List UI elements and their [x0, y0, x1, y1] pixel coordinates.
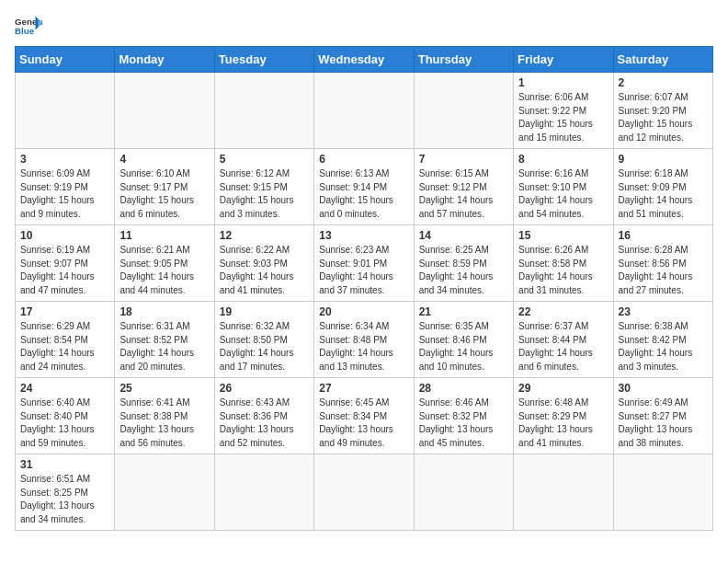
day-info: Sunrise: 6:32 AM Sunset: 8:50 PM Dayligh…: [220, 320, 309, 373]
day-info: Sunrise: 6:25 AM Sunset: 8:59 PM Dayligh…: [419, 244, 508, 297]
week-row-6: 31Sunrise: 6:51 AM Sunset: 8:25 PM Dayli…: [16, 454, 713, 531]
day-number: 20: [319, 305, 408, 318]
day-info: Sunrise: 6:07 AM Sunset: 9:20 PM Dayligh…: [619, 91, 708, 144]
calendar-cell: 28Sunrise: 6:46 AM Sunset: 8:32 PM Dayli…: [414, 378, 513, 454]
day-number: 28: [419, 382, 508, 395]
day-info: Sunrise: 6:51 AM Sunset: 8:25 PM Dayligh…: [20, 473, 109, 526]
week-row-3: 10Sunrise: 6:19 AM Sunset: 9:07 PM Dayli…: [16, 225, 713, 302]
weekday-header-row: SundayMondayTuesdayWednesdayThursdayFrid…: [16, 47, 713, 73]
calendar-cell: 12Sunrise: 6:22 AM Sunset: 9:03 PM Dayli…: [214, 225, 313, 302]
day-number: 9: [619, 153, 708, 166]
day-number: 10: [20, 229, 109, 242]
weekday-header-thursday: Thursday: [414, 47, 513, 73]
day-info: Sunrise: 6:13 AM Sunset: 9:14 PM Dayligh…: [319, 167, 408, 221]
day-info: Sunrise: 6:19 AM Sunset: 9:07 PM Dayligh…: [20, 244, 109, 297]
day-number: 26: [220, 382, 309, 395]
day-number: 3: [20, 153, 109, 166]
day-info: Sunrise: 6:34 AM Sunset: 8:48 PM Dayligh…: [319, 320, 408, 373]
calendar-cell: 8Sunrise: 6:16 AM Sunset: 9:10 PM Daylig…: [514, 149, 613, 225]
calendar-cell: 9Sunrise: 6:18 AM Sunset: 9:09 PM Daylig…: [613, 149, 712, 225]
day-number: 1: [518, 76, 608, 89]
day-number: 15: [518, 229, 608, 242]
calendar-cell: 3Sunrise: 6:09 AM Sunset: 9:19 PM Daylig…: [16, 149, 115, 225]
day-info: Sunrise: 6:16 AM Sunset: 9:10 PM Dayligh…: [518, 167, 608, 221]
calendar-table: SundayMondayTuesdayWednesdayThursdayFrid…: [15, 46, 713, 531]
day-info: Sunrise: 6:09 AM Sunset: 9:19 PM Dayligh…: [20, 167, 109, 221]
calendar-cell: 5Sunrise: 6:12 AM Sunset: 9:15 PM Daylig…: [214, 149, 313, 225]
day-number: 29: [518, 382, 608, 395]
calendar-cell: [613, 454, 712, 531]
weekday-header-friday: Friday: [514, 47, 613, 73]
calendar-cell: 29Sunrise: 6:48 AM Sunset: 8:29 PM Dayli…: [514, 378, 613, 454]
calendar-cell: 14Sunrise: 6:25 AM Sunset: 8:59 PM Dayli…: [414, 225, 513, 302]
week-row-1: 1Sunrise: 6:06 AM Sunset: 9:22 PM Daylig…: [16, 73, 713, 149]
day-number: 22: [518, 305, 608, 318]
day-number: 25: [119, 382, 209, 395]
weekday-header-tuesday: Tuesday: [214, 47, 313, 73]
calendar-cell: 24Sunrise: 6:40 AM Sunset: 8:40 PM Dayli…: [16, 378, 115, 454]
day-info: Sunrise: 6:12 AM Sunset: 9:15 PM Dayligh…: [220, 167, 309, 221]
calendar-cell: 1Sunrise: 6:06 AM Sunset: 9:22 PM Daylig…: [514, 73, 613, 149]
day-number: 18: [119, 305, 209, 318]
weekday-header-saturday: Saturday: [613, 47, 712, 73]
calendar-cell: 18Sunrise: 6:31 AM Sunset: 8:52 PM Dayli…: [115, 302, 214, 378]
calendar-cell: 21Sunrise: 6:35 AM Sunset: 8:46 PM Dayli…: [414, 302, 513, 378]
calendar-cell: 31Sunrise: 6:51 AM Sunset: 8:25 PM Dayli…: [16, 454, 115, 531]
day-number: 16: [619, 229, 708, 242]
day-info: Sunrise: 6:10 AM Sunset: 9:17 PM Dayligh…: [119, 167, 209, 221]
logo-icon: General Blue: [15, 15, 42, 37]
weekday-header-sunday: Sunday: [16, 47, 115, 73]
calendar-cell: [16, 73, 115, 149]
svg-text:Blue: Blue: [15, 26, 35, 36]
day-number: 14: [419, 229, 508, 242]
day-number: 11: [119, 229, 209, 242]
day-number: 24: [20, 382, 109, 395]
logo: General Blue: [15, 15, 42, 37]
day-info: Sunrise: 6:35 AM Sunset: 8:46 PM Dayligh…: [419, 320, 508, 373]
day-info: Sunrise: 6:23 AM Sunset: 9:01 PM Dayligh…: [319, 244, 408, 297]
calendar-cell: 22Sunrise: 6:37 AM Sunset: 8:44 PM Dayli…: [514, 302, 613, 378]
page-header: General Blue: [15, 15, 713, 37]
day-info: Sunrise: 6:26 AM Sunset: 8:58 PM Dayligh…: [518, 244, 608, 297]
day-number: 23: [619, 305, 708, 318]
day-info: Sunrise: 6:22 AM Sunset: 9:03 PM Dayligh…: [220, 244, 309, 297]
week-row-4: 17Sunrise: 6:29 AM Sunset: 8:54 PM Dayli…: [16, 302, 713, 378]
day-number: 21: [419, 305, 508, 318]
day-number: 8: [518, 153, 608, 166]
calendar-cell: [414, 73, 513, 149]
day-info: Sunrise: 6:31 AM Sunset: 8:52 PM Dayligh…: [119, 320, 209, 373]
day-number: 31: [20, 458, 109, 471]
day-info: Sunrise: 6:46 AM Sunset: 8:32 PM Dayligh…: [419, 396, 508, 450]
day-info: Sunrise: 6:15 AM Sunset: 9:12 PM Dayligh…: [419, 167, 508, 221]
weekday-header-monday: Monday: [115, 47, 214, 73]
calendar-cell: [115, 73, 214, 149]
calendar-cell: 19Sunrise: 6:32 AM Sunset: 8:50 PM Dayli…: [214, 302, 313, 378]
calendar-cell: 2Sunrise: 6:07 AM Sunset: 9:20 PM Daylig…: [613, 73, 712, 149]
day-info: Sunrise: 6:38 AM Sunset: 8:42 PM Dayligh…: [619, 320, 708, 373]
day-number: 6: [319, 153, 408, 166]
calendar-cell: [115, 454, 214, 531]
calendar-cell: 30Sunrise: 6:49 AM Sunset: 8:27 PM Dayli…: [613, 378, 712, 454]
day-number: 13: [319, 229, 408, 242]
calendar-cell: 23Sunrise: 6:38 AM Sunset: 8:42 PM Dayli…: [613, 302, 712, 378]
day-info: Sunrise: 6:18 AM Sunset: 9:09 PM Dayligh…: [619, 167, 708, 221]
week-row-2: 3Sunrise: 6:09 AM Sunset: 9:19 PM Daylig…: [16, 149, 713, 225]
calendar-cell: [214, 454, 313, 531]
calendar-cell: 26Sunrise: 6:43 AM Sunset: 8:36 PM Dayli…: [214, 378, 313, 454]
calendar-cell: 20Sunrise: 6:34 AM Sunset: 8:48 PM Dayli…: [314, 302, 414, 378]
calendar-cell: 15Sunrise: 6:26 AM Sunset: 8:58 PM Dayli…: [514, 225, 613, 302]
day-number: 7: [419, 153, 508, 166]
day-info: Sunrise: 6:43 AM Sunset: 8:36 PM Dayligh…: [220, 396, 309, 450]
calendar-cell: 13Sunrise: 6:23 AM Sunset: 9:01 PM Dayli…: [314, 225, 414, 302]
weekday-header-wednesday: Wednesday: [314, 47, 414, 73]
day-number: 27: [319, 382, 408, 395]
calendar-cell: [214, 73, 313, 149]
day-info: Sunrise: 6:21 AM Sunset: 9:05 PM Dayligh…: [119, 244, 209, 297]
day-number: 17: [20, 305, 109, 318]
calendar-cell: [514, 454, 613, 531]
day-number: 12: [220, 229, 309, 242]
day-info: Sunrise: 6:41 AM Sunset: 8:38 PM Dayligh…: [119, 396, 209, 450]
calendar-cell: 11Sunrise: 6:21 AM Sunset: 9:05 PM Dayli…: [115, 225, 214, 302]
day-number: 5: [220, 153, 309, 166]
day-info: Sunrise: 6:29 AM Sunset: 8:54 PM Dayligh…: [20, 320, 109, 373]
